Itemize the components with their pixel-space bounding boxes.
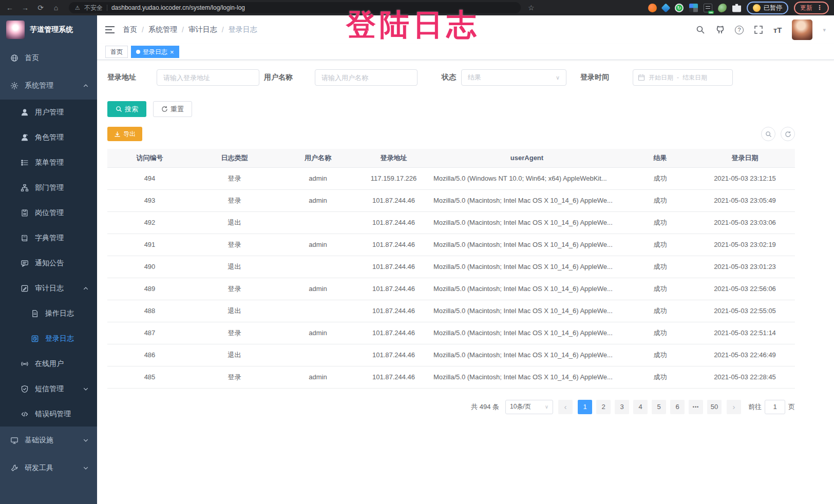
login-address-label: 登录地址	[107, 73, 136, 82]
browser-reload-icon[interactable]: ⟳	[36, 4, 45, 12]
prev-page-button[interactable]: ‹	[558, 400, 573, 414]
sidebar-item-notice[interactable]: 通知公告	[0, 250, 97, 276]
table-toolbar: 导出	[107, 127, 795, 141]
search-button[interactable]: 搜索	[107, 101, 146, 117]
help-icon[interactable]: ?	[735, 26, 744, 34]
avatar-caret-down-icon[interactable]: ▾	[823, 27, 826, 33]
table-cell: 2021-05-03 22:51:14	[695, 322, 795, 344]
page-button-5[interactable]: 5	[652, 400, 666, 414]
tab-label: 登录日志	[143, 48, 167, 56]
browser-update-button[interactable]: 更新 ⋮	[794, 2, 829, 14]
sidebar-item-post[interactable]: 岗位管理	[0, 200, 97, 225]
sidebar-item-menu[interactable]: 菜单管理	[0, 150, 97, 175]
page-button-4[interactable]: 4	[633, 400, 648, 414]
tab-0[interactable]: 首页	[105, 46, 128, 58]
browser-menu-kebab-icon[interactable]: ⋮	[817, 4, 823, 11]
sidebar-item-label: 错误码管理	[35, 410, 71, 419]
sidebar-item-dept[interactable]: 部门管理	[0, 175, 97, 200]
globe-icon	[10, 54, 18, 62]
sidebar-item-sms[interactable]: 短信管理	[0, 376, 97, 401]
sms-shield-icon	[21, 385, 29, 393]
page-button-50[interactable]: 50	[707, 400, 722, 414]
bookmark-star-icon[interactable]: ☆	[528, 4, 535, 12]
extension-leaf-icon[interactable]	[718, 4, 727, 12]
table-cell: 2021-05-03 22:28:45	[695, 366, 795, 388]
sidebar-item-devtool[interactable]: 研发工具	[0, 454, 97, 482]
page-button-1[interactable]: 1	[578, 400, 592, 414]
table-cell: 101.87.244.46	[359, 256, 428, 278]
extensions-puzzle-icon[interactable]	[732, 4, 741, 12]
extension-blue-diamond-icon[interactable]	[661, 3, 670, 12]
table-cell	[277, 256, 359, 278]
page-button-2[interactable]: 2	[596, 400, 611, 414]
extension-list-icon[interactable]: on	[704, 4, 712, 12]
extension-grid-icon[interactable]	[689, 4, 698, 12]
export-button[interactable]: 导出	[107, 127, 142, 141]
search-icon[interactable]	[696, 25, 705, 34]
sidebar-item-dict[interactable]: 字典管理	[0, 225, 97, 250]
export-button-label: 导出	[123, 130, 136, 139]
breadcrumb-item[interactable]: 首页	[123, 25, 137, 34]
url-text[interactable]: dashboard.yudao.iocoder.cn/system/log/lo…	[111, 4, 245, 11]
login-log-icon	[31, 335, 39, 343]
user-avatar[interactable]	[792, 20, 812, 40]
sidebar-item-audit[interactable]: 审计日志	[0, 276, 97, 301]
profile-paused-label: 已暂停	[764, 4, 782, 12]
login-time-range-picker[interactable]: 开始日期 - 结束日期	[633, 69, 733, 86]
browser-back-icon[interactable]: ←	[5, 4, 14, 12]
table-cell: 2021-05-03 23:02:19	[695, 234, 795, 256]
sidebar-item-role[interactable]: 角色管理	[0, 125, 97, 150]
table-cell: 登录	[192, 366, 277, 388]
sidebar-item-error-code[interactable]: 错误码管理	[0, 401, 97, 427]
breadcrumb-item[interactable]: 审计日志	[188, 25, 217, 34]
page-button-3[interactable]: 3	[615, 400, 629, 414]
table-row: 486退出101.87.244.46Mozilla/5.0 (Macintosh…	[107, 344, 795, 366]
tab-active-1[interactable]: 登录日志×	[131, 46, 179, 58]
github-icon[interactable]	[715, 25, 725, 34]
font-size-icon[interactable]: тT	[773, 26, 782, 34]
breadcrumb-separator: /	[222, 26, 224, 34]
not-secure-label[interactable]: 不安全	[84, 4, 103, 12]
extension-orange-icon[interactable]	[648, 4, 657, 12]
toggle-search-button[interactable]	[761, 127, 775, 141]
table-cell: admin	[277, 322, 359, 344]
address-bar[interactable]: ⚠ 不安全 dashboard.yudao.iocoder.cn/system/…	[69, 2, 521, 13]
goto-page-input[interactable]	[765, 400, 785, 414]
table-cell: Mozilla/5.0 (Macintosh; Intel Mac OS X 1…	[428, 366, 626, 388]
sidebar-item-infra[interactable]: 基础设施	[0, 427, 97, 454]
sidebar-item-operation-log[interactable]: 操作日志	[0, 301, 97, 326]
sidebar-item-home[interactable]: 首页	[0, 44, 97, 72]
sidebar-item-user[interactable]: 用户管理	[0, 100, 97, 125]
browser-profile-button[interactable]: 已暂停	[747, 2, 788, 14]
sidebar-item-system[interactable]: 系统管理	[0, 72, 97, 100]
table-cell: admin	[277, 234, 359, 256]
page-size-select[interactable]: 10条/页 ∨	[505, 400, 553, 414]
sidebar-item-online-user[interactable]: 在线用户	[0, 351, 97, 376]
browser-home-icon[interactable]: ⌂	[51, 4, 61, 12]
breadcrumb: 首页/系统管理/审计日志/登录日志	[123, 25, 257, 34]
gear-icon	[10, 82, 18, 90]
status-select[interactable]: 结果 ∨	[461, 69, 566, 86]
pagination-ellipsis[interactable]: •••	[689, 400, 703, 414]
column-header: 登录日期	[695, 149, 795, 167]
next-page-button[interactable]: ›	[727, 400, 741, 414]
login-address-input[interactable]	[157, 69, 259, 86]
table-row: 493登录admin101.87.244.46Mozilla/5.0 (Maci…	[107, 189, 795, 211]
sidebar-item-login-log[interactable]: 登录日志	[0, 326, 97, 351]
column-header: 日志类型	[192, 149, 277, 167]
fullscreen-icon[interactable]	[754, 25, 763, 34]
extension-on-badge: on	[708, 11, 714, 14]
browser-forward-icon[interactable]: →	[21, 4, 30, 12]
extension-green-refresh-icon[interactable]: ↻	[675, 4, 684, 12]
table-row: 485登录admin101.87.244.46Mozilla/5.0 (Maci…	[107, 366, 795, 388]
app-logo-row[interactable]: 芋道管理系统	[0, 15, 97, 44]
sidebar-item-label: 研发工具	[25, 463, 53, 473]
reset-button[interactable]: 重置	[153, 101, 192, 117]
notice-icon	[21, 259, 29, 267]
sidebar-toggle-icon[interactable]	[105, 26, 115, 33]
username-input[interactable]	[315, 69, 418, 86]
breadcrumb-item[interactable]: 系统管理	[148, 25, 177, 34]
page-button-6[interactable]: 6	[670, 400, 685, 414]
close-icon[interactable]: ×	[170, 49, 174, 55]
refresh-button[interactable]	[781, 127, 795, 141]
